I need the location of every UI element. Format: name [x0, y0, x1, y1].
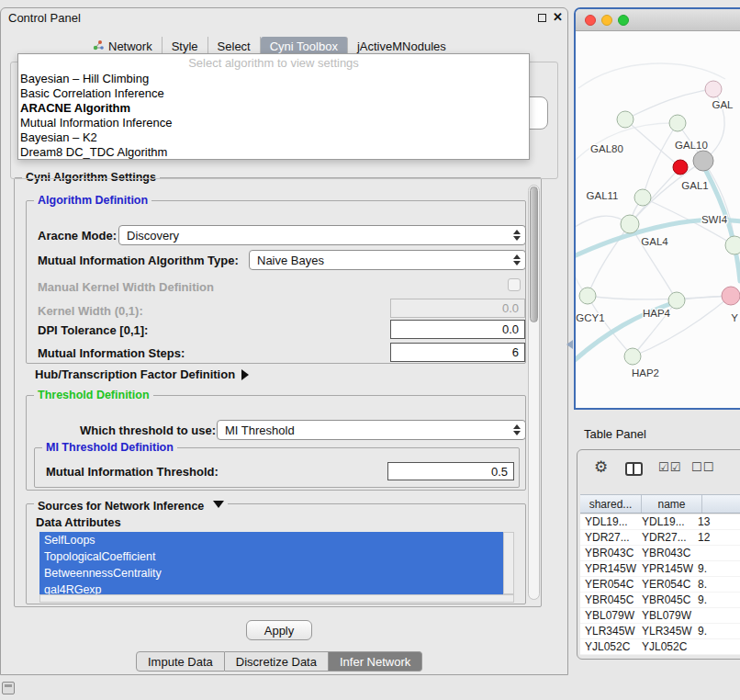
table-cell[interactable]: YDR27...: [580, 530, 637, 545]
attribute-item-selected[interactable]: gal4RGexp: [39, 581, 503, 594]
table-cell[interactable]: YDL19...: [637, 514, 693, 529]
settings-scrollbar[interactable]: [528, 185, 540, 600]
mi-threshold-input[interactable]: 0.5: [387, 462, 514, 480]
attribute-item-selected[interactable]: TopologicalCoefficient: [39, 548, 503, 565]
network-node[interactable]: [579, 288, 596, 304]
close-traffic-light[interactable]: [585, 15, 596, 26]
mi-type-label: Mutual Information Algorithm Type:: [38, 254, 239, 267]
tab-impute-data[interactable]: Impute Data: [136, 651, 225, 672]
table-cell[interactable]: YJL052C: [637, 639, 693, 654]
which-threshold-value: MI Threshold: [225, 423, 295, 437]
table-cell[interactable]: [693, 639, 740, 654]
table-cell[interactable]: 9.: [693, 593, 740, 607]
network-node[interactable]: [617, 111, 633, 128]
deselect-all-columns-icon[interactable]: ☐☐: [691, 460, 714, 474]
table-cell[interactable]: [693, 608, 740, 623]
network-node[interactable]: [705, 81, 722, 97]
network-node[interactable]: [634, 189, 651, 206]
float-window-icon[interactable]: [538, 14, 546, 22]
network-node[interactable]: [722, 287, 740, 305]
table-cell[interactable]: [693, 546, 740, 560]
table-settings-gear-icon[interactable]: ⚙: [594, 457, 608, 477]
close-icon[interactable]: ✕: [553, 10, 563, 24]
column-header-name[interactable]: name: [642, 495, 702, 513]
table-cell[interactable]: 13: [693, 514, 740, 529]
tab-discretize-data[interactable]: Discretize Data: [225, 651, 329, 672]
table-row[interactable]: YBR045CYBR045C9.: [580, 593, 740, 608]
node-label: Y: [731, 312, 738, 323]
table-cell[interactable]: YBR043C: [637, 546, 693, 560]
network-node[interactable]: [621, 215, 639, 233]
node-label: HAP2: [632, 367, 659, 378]
table-cell[interactable]: YER054C: [580, 577, 637, 592]
table-cell[interactable]: YLR345W: [637, 624, 693, 638]
table-row[interactable]: YBL079WYBL079W: [580, 608, 740, 624]
table-cell[interactable]: YDR27...: [637, 530, 693, 545]
dropdown-item[interactable]: Dream8 DC_TDC Algorithm: [18, 145, 529, 160]
dpi-tolerance-input[interactable]: 0.0: [390, 320, 525, 339]
table-cell[interactable]: YBR045C: [637, 593, 693, 607]
dropdown-item-selected[interactable]: ARACNE Algorithm: [18, 101, 529, 116]
table-row[interactable]: YJL052CYJL052C: [580, 639, 740, 655]
table-cell[interactable]: YBR043C: [580, 546, 637, 560]
control-panel-window: Control Panel ✕ Network Style Select Cyn…: [0, 7, 568, 675]
panel-splitter-arrow[interactable]: [562, 340, 573, 349]
table-row[interactable]: YDL19...YDL19...13: [580, 514, 740, 530]
kernel-width-label: Kernel Width (0,1):: [38, 304, 143, 318]
hub-definition-toggle[interactable]: Hub/Transcription Factor Definition: [35, 367, 254, 381]
collapsed-panel-icon[interactable]: [2, 682, 15, 694]
table-cell[interactable]: 8.: [693, 577, 740, 592]
aracne-mode-label: Aracne Mode:: [38, 229, 117, 243]
algorithm-dropdown-list: Select algorithm to view settings Bayesi…: [17, 53, 530, 160]
column-header-shared-name[interactable]: shared...: [580, 495, 642, 513]
table-cell[interactable]: YBL079W: [580, 608, 637, 623]
table-columns-icon[interactable]: [625, 462, 643, 476]
which-threshold-select[interactable]: MI Threshold: [217, 420, 526, 440]
table-row[interactable]: YDR27...YDR27...12: [580, 530, 740, 546]
dropdown-item[interactable]: Basic Correlation Inference: [18, 86, 529, 101]
select-all-columns-icon[interactable]: ☑☑: [658, 460, 681, 474]
minimize-traffic-light[interactable]: [601, 15, 612, 26]
table-cell[interactable]: YPR145W: [580, 561, 637, 576]
mi-type-select[interactable]: Naive Bayes: [249, 250, 526, 270]
table-cell[interactable]: 12: [693, 530, 740, 545]
network-window-titlebar[interactable]: [576, 9, 740, 31]
table-cell[interactable]: YLR345W: [580, 624, 637, 638]
scrollbar-thumb[interactable]: [530, 186, 538, 322]
column-header-partial[interactable]: [702, 495, 740, 513]
network-node[interactable]: [624, 348, 641, 365]
table-cell[interactable]: YER054C: [637, 577, 693, 592]
table-cell[interactable]: 9.: [693, 624, 740, 638]
mi-steps-input[interactable]: 6: [390, 343, 525, 362]
table-cell[interactable]: YBR045C: [580, 593, 637, 607]
table-cell[interactable]: YPR145W: [637, 561, 693, 576]
table-row[interactable]: YBR043CYBR043C: [580, 546, 740, 561]
apply-button[interactable]: Apply: [246, 620, 312, 640]
table-row[interactable]: YLR345WYLR345W9.: [580, 624, 740, 639]
dropdown-item[interactable]: Bayesian – K2: [18, 130, 529, 145]
table-row[interactable]: YPR145WYPR145W9.: [580, 561, 740, 577]
network-canvas[interactable]: GAL80GAL10GALGAL11GAL1SWI4GAL4GCY1HAP4HA…: [576, 32, 740, 409]
table-cell[interactable]: YBL079W: [637, 608, 693, 623]
network-node[interactable]: [693, 151, 713, 171]
sources-toggle[interactable]: Sources for Network Inference: [34, 497, 228, 513]
network-node[interactable]: [725, 236, 740, 254]
zoom-traffic-light[interactable]: [618, 15, 629, 26]
table-row[interactable]: YER054CYER054C8.: [580, 577, 740, 593]
tab-infer-network[interactable]: Infer Network: [329, 651, 422, 672]
control-panel-titlebar[interactable]: Control Panel ✕: [1, 8, 567, 28]
attributes-vertical-scrollbar[interactable]: [503, 532, 514, 594]
table-cell[interactable]: YDL19...: [580, 514, 637, 529]
attribute-item-selected[interactable]: BetweennessCentrality: [39, 565, 503, 581]
manual-kernel-checkbox: [508, 278, 521, 291]
dropdown-item[interactable]: Mutual Information Inference: [18, 116, 529, 130]
attribute-item-selected[interactable]: SelfLoops: [39, 532, 503, 548]
dropdown-item[interactable]: Bayesian – Hill Climbing: [18, 72, 529, 86]
aracne-mode-select[interactable]: Discovery: [118, 225, 526, 245]
attributes-horizontal-scrollbar[interactable]: [39, 594, 514, 603]
network-node[interactable]: [673, 160, 688, 175]
table-cell[interactable]: 9.: [693, 561, 740, 576]
table-cell[interactable]: YJL052C: [580, 639, 637, 654]
network-node[interactable]: [668, 292, 685, 309]
network-node[interactable]: [669, 115, 686, 131]
